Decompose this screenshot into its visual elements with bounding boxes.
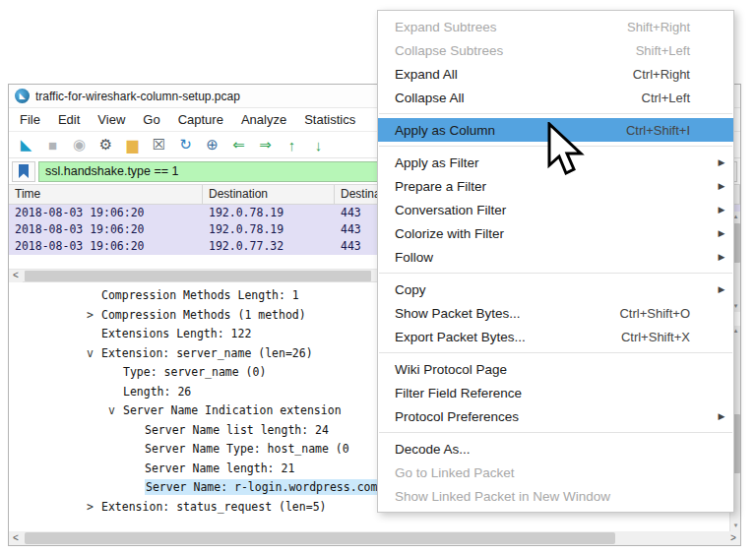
menu-separator <box>379 273 732 274</box>
menu-item-decode-as[interactable]: Decode As... <box>378 437 733 461</box>
field-text: Compression Methods (1 method) <box>101 308 306 322</box>
field-text: Server Name Indication extension <box>123 403 342 417</box>
menu-item-label: Protocol Preferences <box>395 409 690 424</box>
packet-list-hscroll-thumb[interactable] <box>25 271 371 281</box>
menu-edit[interactable]: Edit <box>49 109 89 130</box>
menu-go[interactable]: Go <box>134 109 168 130</box>
menu-item-show-linked-packet-in-new-window: Show Linked Packet in New Window <box>378 484 733 508</box>
menu-statistics[interactable]: Statistics <box>295 109 364 130</box>
collapsed-arrow-icon[interactable]: > <box>87 498 94 518</box>
open-file-icon[interactable]: ▆ <box>120 135 145 155</box>
screen: ◣ traffic-for-wireshark-column-setup.pca… <box>0 0 756 554</box>
go-first-icon[interactable]: ↑ <box>280 135 304 155</box>
menu-item-conversation-filter[interactable]: Conversation Filter▶ <box>378 198 733 221</box>
field-text: Extensions Length: 122 <box>101 327 251 340</box>
menu-item-shortcut: Ctrl+Shift+I <box>626 123 710 138</box>
column-header-time[interactable]: Time <box>9 185 203 204</box>
filter-bookmark-button[interactable] <box>12 161 35 182</box>
expanded-arrow-icon[interactable]: v <box>108 401 115 421</box>
menu-item-label: Export Packet Bytes... <box>395 330 621 344</box>
menu-item-shortcut: Ctrl+Shift+X <box>621 330 710 344</box>
submenu-arrow-icon: ▶ <box>719 157 725 167</box>
packet-time: 2018-08-03 19:06:20 <box>9 238 203 255</box>
menu-item-protocol-preferences[interactable]: Protocol Preferences▶ <box>378 404 733 428</box>
menu-item-shortcut: Ctrl+Shift+O <box>619 306 710 321</box>
menu-separator <box>379 113 732 114</box>
field-text: Extension: server_name (len=26) <box>101 346 313 360</box>
menu-item-label: Filter Field Reference <box>395 386 690 400</box>
menu-item-label: Collapse All <box>395 91 642 105</box>
wireshark-app-icon: ◣ <box>15 89 30 103</box>
menu-item-label: Wiki Protocol Page <box>395 362 690 377</box>
packet-destination: 192.0.77.32 <box>203 238 335 255</box>
menu-item-follow[interactable]: Follow▶ <box>378 245 733 269</box>
scroll-right-icon[interactable]: > <box>726 531 740 545</box>
details-hscroll-thumb[interactable] <box>25 532 615 544</box>
wireshark-fin-icon[interactable]: ◣ <box>14 135 38 155</box>
submenu-arrow-icon: ▶ <box>719 205 725 215</box>
scroll-left-icon[interactable]: < <box>9 531 23 545</box>
collapsed-arrow-icon[interactable]: > <box>87 306 94 326</box>
menu-item-label: Expand All <box>395 67 633 82</box>
field-text: Server Name list length: 24 <box>145 423 329 437</box>
menu-item-expand-all[interactable]: Expand AllCtrl+Right <box>378 62 733 86</box>
menu-capture[interactable]: Capture <box>169 109 232 130</box>
menu-item-shortcut: Shift+Right <box>627 20 710 34</box>
menu-item-label: Go to Linked Packet <box>395 465 690 480</box>
menu-item-label: Colorize with Filter <box>395 226 690 241</box>
menu-separator <box>379 146 732 147</box>
menu-item-label: Collapse Subtrees <box>395 43 636 58</box>
restart-capture-icon[interactable]: ◉ <box>67 135 92 155</box>
menu-item-collapse-subtrees: Collapse SubtreesShift+Left <box>378 38 733 62</box>
menu-item-label: Conversation Filter <box>395 203 690 217</box>
field-text: Extension: status_request (len=5) <box>101 500 326 514</box>
menu-item-wiki-protocol-page[interactable]: Wiki Protocol Page <box>378 357 733 381</box>
find-packet-icon[interactable]: ⊕ <box>200 135 224 155</box>
menu-separator <box>379 352 732 353</box>
context-menu: Expand SubtreesShift+RightCollapse Subtr… <box>377 10 734 513</box>
menu-item-colorize-with-filter[interactable]: Colorize with Filter▶ <box>378 221 733 245</box>
menu-file[interactable]: File <box>11 109 49 130</box>
menu-item-copy[interactable]: Copy▶ <box>378 277 733 301</box>
details-hscrollbar[interactable]: < > <box>9 531 740 545</box>
menu-item-expand-subtrees: Expand SubtreesShift+Right <box>378 15 733 38</box>
menu-item-apply-as-column[interactable]: Apply as ColumnCtrl+Shift+I <box>378 118 733 142</box>
scroll-down-icon[interactable]: ▼ <box>730 521 741 531</box>
submenu-arrow-icon: ▶ <box>719 228 725 238</box>
menu-item-shortcut: Ctrl+Left <box>642 91 711 105</box>
field-text: Length: 26 <box>123 385 191 399</box>
menu-item-apply-as-filter[interactable]: Apply as Filter▶ <box>378 151 733 174</box>
menu-view[interactable]: View <box>89 109 134 130</box>
packet-destination: 192.0.78.19 <box>203 205 335 221</box>
menu-item-export-packet-bytes[interactable]: Export Packet Bytes...Ctrl+Shift+X <box>378 325 733 348</box>
capture-options-icon[interactable]: ⚙ <box>94 135 118 155</box>
scroll-left-icon[interactable]: < <box>9 270 23 282</box>
menu-item-label: Apply as Filter <box>395 155 690 170</box>
stop-capture-icon[interactable]: ■ <box>40 135 65 155</box>
go-back-icon[interactable]: ⇐ <box>226 135 251 155</box>
menu-item-label: Show Packet Bytes... <box>395 306 619 321</box>
column-header-destination[interactable]: Destination <box>203 185 335 204</box>
menu-separator <box>379 432 732 433</box>
submenu-arrow-icon: ▶ <box>719 252 725 262</box>
field-text: Server Name Type: host_name (0 <box>145 442 349 456</box>
menu-item-label: Apply as Column <box>395 123 626 138</box>
menu-analyze[interactable]: Analyze <box>232 109 295 130</box>
reload-icon[interactable]: ↻ <box>173 135 198 155</box>
menu-item-collapse-all[interactable]: Collapse AllCtrl+Left <box>378 86 733 109</box>
menu-item-filter-field-reference[interactable]: Filter Field Reference <box>378 381 733 404</box>
field-text: Compression Methods Length: 1 <box>101 288 299 302</box>
menu-item-label: Decode As... <box>395 442 690 457</box>
expanded-arrow-icon[interactable]: v <box>87 344 94 364</box>
menu-item-shortcut: Shift+Left <box>636 43 710 58</box>
submenu-arrow-icon: ▶ <box>719 411 725 421</box>
packet-destination: 192.0.78.19 <box>203 221 335 238</box>
menu-item-label: Prepare a Filter <box>395 179 690 194</box>
menu-item-show-packet-bytes[interactable]: Show Packet Bytes...Ctrl+Shift+O <box>378 301 733 325</box>
close-file-icon[interactable]: ☒ <box>147 135 171 155</box>
go-last-icon[interactable]: ↓ <box>306 135 331 155</box>
menu-item-prepare-a-filter[interactable]: Prepare a Filter▶ <box>378 174 733 198</box>
submenu-arrow-icon: ▶ <box>719 181 725 191</box>
go-forward-icon[interactable]: ⇒ <box>253 135 278 155</box>
submenu-arrow-icon: ▶ <box>719 284 725 294</box>
